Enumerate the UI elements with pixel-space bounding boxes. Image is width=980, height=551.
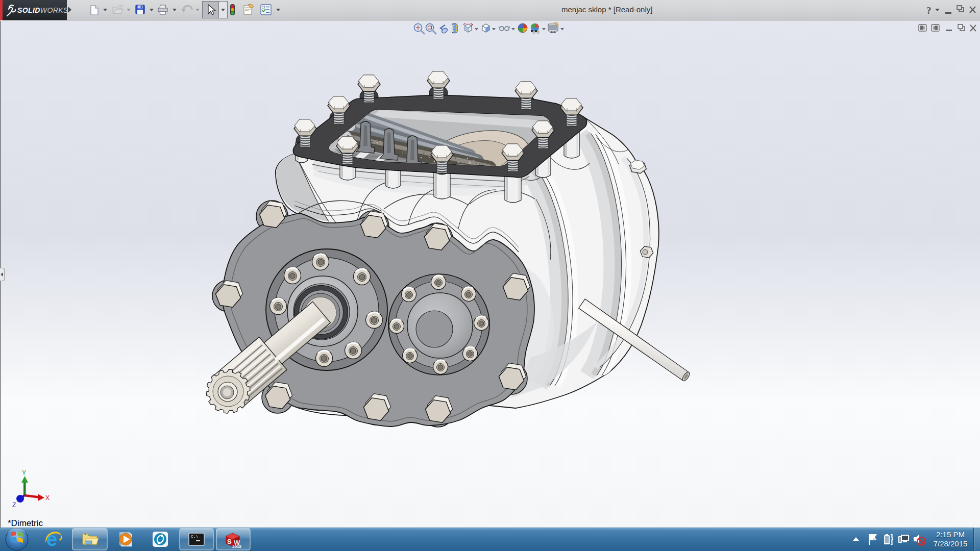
svg-text:C:\: C:\ bbox=[191, 534, 199, 539]
svg-text:2015: 2015 bbox=[232, 544, 241, 549]
svg-text:S: S bbox=[227, 538, 232, 545]
svg-text:X: X bbox=[45, 494, 50, 502]
svg-text:?: ? bbox=[926, 5, 932, 16]
svg-text:Y: Y bbox=[22, 469, 26, 477]
svg-text:Z: Z bbox=[12, 502, 16, 509]
